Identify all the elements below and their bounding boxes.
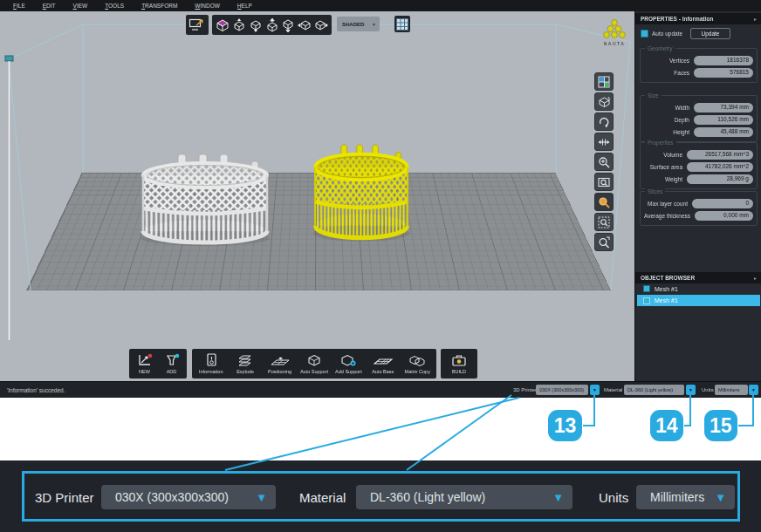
zoom-window-button[interactable]: [594, 173, 614, 191]
left-view-button[interactable]: [297, 17, 312, 32]
menu-help[interactable]: HELP: [230, 3, 260, 9]
properties-group: Properties Volume26517,568 mm^3 Surface …: [640, 142, 758, 189]
menu-transform[interactable]: TRANSFORM: [134, 3, 185, 9]
units-dropdown-zoom[interactable]: Millimiters ▼: [636, 485, 735, 509]
right-view-button[interactable]: [313, 17, 329, 32]
matrix-copy-button[interactable]: Matrix Copy: [401, 353, 435, 374]
printer-label: 3D Printer: [513, 387, 537, 392]
zoom-in-button[interactable]: [594, 153, 614, 171]
auto-support-button[interactable]: Auto Support: [297, 353, 331, 374]
build-label: BUILD: [452, 369, 466, 374]
chevron-down-icon: ▼: [751, 387, 756, 392]
fit-view-button[interactable]: [186, 15, 209, 35]
mesh-yellow-bracelet[interactable]: [312, 141, 410, 244]
zoom-all-button[interactable]: [594, 233, 614, 251]
add-label: ADD: [167, 369, 177, 374]
explode-button[interactable]: Explode: [228, 353, 262, 374]
chevron-down-icon: ▼: [715, 491, 735, 504]
zoom-selected-button[interactable]: [594, 193, 614, 211]
chevron-down-icon: ▼: [552, 491, 572, 504]
panel-collapse-icon[interactable]: ▸: [754, 16, 757, 22]
explode-icon: [237, 353, 254, 367]
properties-panel: PROPERTIES - Information ▸ Auto update U…: [634, 11, 761, 381]
add-icon: [163, 353, 181, 367]
geometry-group: Geometry Vertices1816378 Faces576815: [640, 48, 758, 83]
back-view-button[interactable]: [264, 17, 280, 32]
printer-value-zoom: 030X (300x300x300): [101, 490, 256, 504]
mesh-white-bracelet[interactable]: [140, 151, 271, 249]
properties-group-title: Properties: [645, 140, 676, 146]
add-support-icon: [339, 353, 357, 367]
toolbar-group-file: NEW ADD: [129, 349, 187, 379]
menu-tools[interactable]: TOOLS: [97, 3, 132, 9]
auto-base-button[interactable]: Auto Base: [366, 353, 400, 374]
width-value: 73,394 mm: [694, 103, 753, 113]
mesh-visibility-checkbox[interactable]: [643, 297, 650, 304]
spin-view-button[interactable]: [594, 113, 614, 131]
build-button[interactable]: BUILD: [442, 353, 476, 374]
units-dropdown-arrow[interactable]: ▼: [749, 385, 758, 395]
panel-collapse-icon[interactable]: ▸: [754, 275, 757, 281]
scale-handle: [5, 56, 13, 61]
zoom-extents-button[interactable]: [594, 213, 614, 231]
add-support-label: Add Support: [335, 369, 362, 374]
viewport-layout-button[interactable]: [594, 72, 614, 91]
menu-view[interactable]: VIEW: [65, 3, 96, 9]
shading-mode-dropdown[interactable]: SHADED ▼: [337, 17, 380, 31]
vertices-value: 1816378: [694, 56, 753, 65]
front-view-button[interactable]: [248, 17, 264, 32]
add-button[interactable]: ADD: [158, 353, 185, 374]
material-label-zoom: Material: [299, 490, 346, 505]
top-view-button[interactable]: [231, 17, 247, 32]
mesh-name: Mesh #1: [655, 297, 678, 304]
object-row-mesh1-selected[interactable]: Mesh #1: [637, 295, 760, 306]
material-dropdown-arrow[interactable]: ▼: [686, 385, 696, 395]
iso-view-button[interactable]: [215, 17, 230, 32]
rotate-view-button[interactable]: [594, 92, 614, 111]
mesh-visibility-checkbox[interactable]: [643, 285, 650, 292]
slices-group: Slices Max layer count0 Average thicknes…: [640, 191, 758, 226]
auto-support-label: Auto Support: [300, 369, 328, 374]
object-row-mesh1[interactable]: Mesh #1: [637, 283, 760, 294]
shading-mode-value: SHADED: [337, 22, 372, 27]
app-logo: NAUTA: [599, 18, 630, 48]
app-logo-text: NAUTA: [599, 41, 630, 46]
menu-edit[interactable]: EDIT: [35, 3, 64, 9]
auto-update-checkbox[interactable]: [641, 30, 648, 38]
width-label: Width: [675, 105, 689, 111]
material-dropdown-zoom[interactable]: DL-360 (Light yellow) ▼: [356, 485, 572, 509]
new-button[interactable]: NEW: [131, 353, 158, 374]
update-button[interactable]: Update: [690, 28, 730, 39]
depth-label: Depth: [675, 117, 689, 123]
units-dropdown[interactable]: Millimiters: [715, 385, 748, 395]
viewport-3d[interactable]: SHADED ▼ NAUTA NEW: [0, 11, 634, 381]
printer-dropdown-zoom[interactable]: 030X (300x300x300) ▼: [101, 485, 276, 509]
printer-dropdown-arrow[interactable]: ▼: [590, 385, 600, 395]
menu-window[interactable]: WINDOW: [187, 3, 228, 9]
auto-update-label: Auto update: [652, 31, 682, 37]
add-support-button[interactable]: Add Support: [332, 353, 366, 374]
auto-base-label: Auto Base: [372, 369, 394, 374]
matrix-copy-label: Matrix Copy: [405, 369, 430, 374]
size-group: Size Width73,394 mm Depth110,526 mm Heig…: [640, 95, 758, 142]
faces-value: 576815: [694, 68, 753, 78]
information-label: Information: [199, 369, 223, 374]
view-orientation-toolbar: [212, 15, 332, 35]
units-value-zoom: Millimiters: [636, 490, 715, 504]
properties-panel-header: PROPERTIES - Information ▸: [635, 13, 761, 24]
pan-button[interactable]: [594, 133, 614, 151]
faces-label: Faces: [674, 70, 689, 76]
information-button[interactable]: Information: [194, 353, 228, 374]
view-nav-toolbar: [594, 72, 615, 251]
positioning-button[interactable]: Positioning: [263, 353, 297, 374]
material-dropdown[interactable]: DL-360 (Light yellow): [624, 385, 684, 395]
status-bar: 'Information' succeded. 3D Printer 030X …: [0, 381, 761, 398]
printer-dropdown[interactable]: 030X (300x300x300): [536, 385, 588, 395]
menu-file[interactable]: FILE: [5, 3, 33, 9]
grid-toggle-button[interactable]: [394, 16, 410, 32]
max-layer-count-value: 0: [692, 199, 753, 208]
height-value: 45,488 mm: [694, 127, 753, 137]
volume-value: 26517,568 mm^3: [687, 150, 753, 160]
callout-badge-14: 14: [650, 410, 683, 441]
bottom-view-button[interactable]: [280, 17, 296, 32]
